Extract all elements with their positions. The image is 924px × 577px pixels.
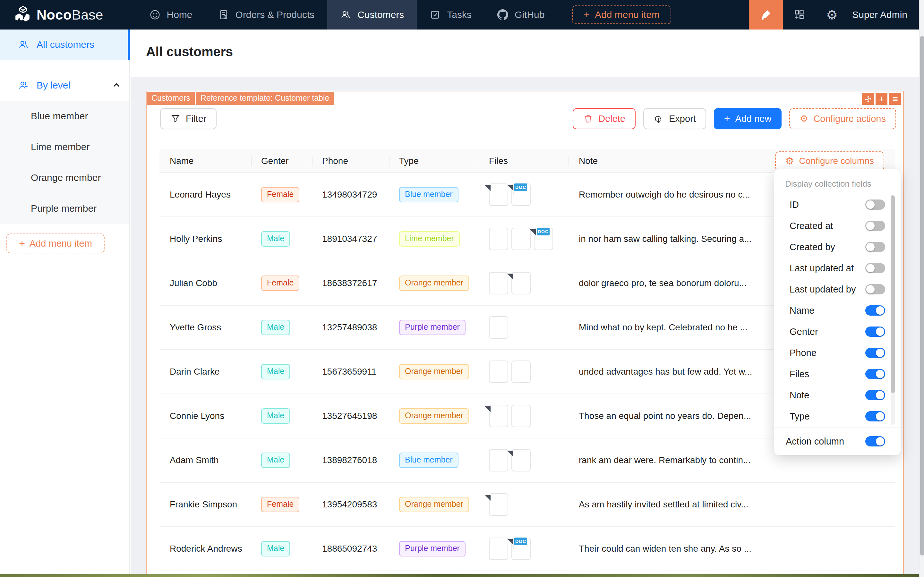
page-title: All customers [131,29,919,59]
nav-item-customers[interactable]: Customers [327,0,417,29]
page-scrollbar[interactable] [919,0,924,577]
field-label: Last updated by [790,284,856,295]
ui-editor-button[interactable] [749,0,783,29]
configure-columns-button[interactable]: ⚙Configure columns [775,152,884,171]
doc-file-thumbnail[interactable]: DOC [534,228,553,250]
cell-note: dolor graeco pro, te sea bonorum doloru.… [569,278,763,288]
column-header-name[interactable]: Name [160,154,251,168]
pdf-file-thumbnail[interactable] [489,184,508,206]
field-item-genter[interactable]: Genter [774,321,901,342]
field-item-phone[interactable]: Phone [774,342,901,363]
field-toggle-files[interactable] [865,369,885,379]
cell-files [479,449,569,471]
export-button-label: Export [669,114,696,124]
member-tag-blue-member: Blue member [399,453,458,468]
pdf-file-thumbnail[interactable] [489,405,508,427]
column-header-phone[interactable]: Phone [312,154,389,168]
drag-handle-icon[interactable] [862,93,874,105]
column-header-note[interactable]: Note [569,154,763,168]
cell-phone: 15673659911 [312,367,389,377]
add-new-button[interactable]: + Add new [714,108,782,129]
navbar: NocoBase HomeOrders & ProductsCustomersT… [0,0,924,29]
field-toggle-note[interactable] [865,390,885,400]
plugin-manager-button[interactable] [783,0,816,29]
table-row[interactable]: Roderick AndrewsMale18865092743Purple me… [160,527,895,571]
action-column-toggle[interactable] [865,436,885,446]
field-toggle-created-at[interactable] [865,221,885,231]
image-file-thumbnail[interactable] [489,272,508,295]
field-item-last-updated-by[interactable]: Last updated by [774,279,901,300]
field-item-files[interactable]: Files [774,363,901,385]
field-item-type[interactable]: Type [774,406,901,427]
member-tag-orange-member: Orange member [399,497,469,512]
dropdown-scrollbar-thumb[interactable] [891,195,895,393]
field-toggle-id[interactable] [865,200,885,210]
nav-item-label: Customers [357,9,404,20]
field-label: Genter [790,327,818,337]
add-new-button-label: Add new [735,114,772,124]
image-file-thumbnail[interactable] [511,405,531,427]
add-block-icon[interactable]: + [876,93,887,105]
table-row[interactable]: Frankie SimpsonFemale13954209583Orange m… [160,483,895,527]
cell-type: Orange member [389,276,479,291]
image-file-thumbnail[interactable] [511,228,531,250]
cell-type: Lime member [389,231,479,247]
image-file-thumbnail[interactable] [489,538,508,560]
pdf-file-thumbnail[interactable] [489,493,508,516]
export-button[interactable]: Export [643,108,706,129]
column-header-type[interactable]: Type [389,154,479,168]
field-toggle-last-updated-at[interactable] [865,263,885,273]
column-header-genter[interactable]: Genter [251,154,312,168]
field-toggle-name[interactable] [865,305,885,316]
action-column-row[interactable]: Action column [774,427,901,455]
field-toggle-type[interactable] [865,411,885,421]
nav-item-orders-products[interactable]: Orders & Products [205,0,327,29]
field-item-created-at[interactable]: Created at [774,215,901,236]
field-toggle-created-by[interactable] [865,242,885,252]
cell-name: Darin Clarke [160,367,251,377]
field-toggle-phone[interactable] [865,348,885,358]
navbar-add-menu-item-button[interactable]: + Add menu item [572,5,671,24]
sidebar-item-label: By level [37,80,70,91]
field-item-name[interactable]: Name [774,300,901,321]
highlighter-pen-icon [760,8,772,21]
field-item-note[interactable]: Note [774,385,901,406]
nav-item-github[interactable]: GitHub [484,0,557,29]
block-menu-icon[interactable] [889,93,901,105]
pdf-file-thumbnail[interactable] [511,449,531,471]
configure-actions-button[interactable]: ⚙ Configure actions [789,108,896,129]
sidebar-item-lime-member[interactable]: Lime member [0,132,129,162]
column-header-files[interactable]: Files [479,154,569,168]
sidebar-item-blue-member[interactable]: Blue member [0,101,129,132]
sidebar-item-purple-member[interactable]: Purple member [0,193,129,224]
field-item-created-by[interactable]: Created by [774,236,901,258]
page-scrollbar-thumb[interactable] [920,36,924,556]
nav-item-home[interactable]: Home [137,0,205,29]
configure-actions-label: Configure actions [813,114,886,124]
nocobase-logo[interactable]: NocoBase [0,6,103,24]
sidebar-item-by-level[interactable]: By level [0,70,129,101]
filter-button[interactable]: Filter [160,108,216,129]
field-item-last-updated-at[interactable]: Last updated at [774,258,901,279]
doc-file-thumbnail[interactable]: DOC [511,184,531,206]
delete-button[interactable]: Delete [573,108,635,129]
title-bar: All customers [131,29,919,77]
user-menu[interactable]: Super Admin [852,9,907,20]
doc-file-thumbnail[interactable]: DOC [511,538,531,560]
image-file-thumbnail[interactable] [489,228,508,250]
sidebar-item-orange-member[interactable]: Orange member [0,162,129,193]
gender-tag-male: Male [261,453,290,468]
image-file-thumbnail[interactable] [489,316,508,339]
image-file-thumbnail[interactable] [489,361,508,383]
cell-type: Blue member [389,453,479,468]
field-toggle-last-updated-by[interactable] [865,284,885,295]
field-toggle-genter[interactable] [865,327,885,337]
pdf-file-thumbnail[interactable] [511,272,531,295]
image-file-thumbnail[interactable] [511,361,531,383]
image-file-thumbnail[interactable] [489,449,508,471]
sidebar-item-all-customers[interactable]: All customers [0,29,129,60]
sidebar-add-menu-item-button[interactable]: + Add menu item [6,234,105,253]
settings-button[interactable]: ⚙ [816,0,848,29]
field-item-id[interactable]: ID [774,194,901,215]
nav-item-tasks[interactable]: Tasks [417,0,484,29]
